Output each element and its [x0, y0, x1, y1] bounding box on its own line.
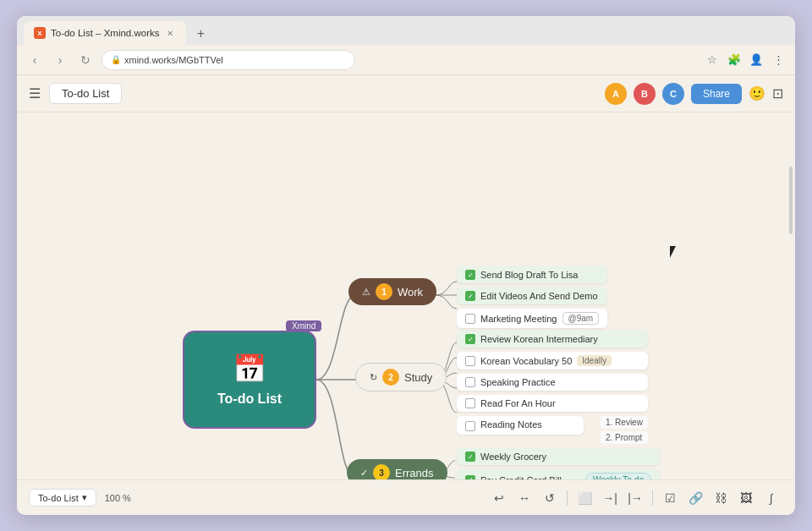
share-button[interactable]: Share [691, 84, 742, 104]
task-item[interactable]: Reading Notes [457, 416, 584, 435]
checklist-button[interactable]: ☑ [658, 486, 682, 510]
more-icon[interactable]: ⋮ [770, 52, 787, 68]
scrollbar[interactable] [788, 146, 793, 479]
url-button[interactable]: ⛓ [709, 486, 732, 510]
mindmap-canvas: Xmind 📅 To-do List ⚠ 1 Work ✓ Send Blog … [17, 112, 795, 479]
task-item[interactable]: Marketing Meeting @9am [457, 309, 607, 328]
topic-after-button[interactable]: |→ [623, 486, 647, 510]
extension-icon[interactable]: 🧩 [726, 52, 743, 68]
tool-separator [567, 490, 568, 506]
toolbar-tools: ↩ ↔ ↺ ⬜ →| |→ ☑ 🔗 ⛓ 🖼 ∫ [487, 486, 783, 510]
center-node-label: To-do List [217, 391, 282, 407]
doc-name-label: To-do List [38, 493, 79, 503]
branch-work[interactable]: ⚠ 1 Work [348, 278, 436, 305]
work-label: Work [398, 286, 423, 298]
browser-window: X To-do List – Xmind.works ✕ + ‹ › ↻ 🔒 x… [17, 16, 795, 515]
checkbox-unchecked[interactable] [465, 398, 475, 408]
task-item[interactable]: Korean Vocabulary 50 Ideally [457, 352, 648, 370]
undo-button[interactable]: ↩ [487, 486, 511, 510]
expand-button[interactable]: ↔ [513, 486, 536, 510]
formula-button[interactable]: ∫ [760, 486, 783, 510]
tab-favicon: X [34, 27, 46, 39]
shape-button[interactable]: ⬜ [573, 486, 596, 510]
study-tasks: ✓ Review Korean Intermediary Korean Voca… [457, 331, 648, 444]
active-tab[interactable]: X To-do List – Xmind.works ✕ [24, 21, 186, 45]
checkbox-unchecked[interactable] [465, 314, 475, 324]
center-node-icon: 📅 [233, 353, 266, 385]
image-button[interactable]: 🖼 [734, 486, 758, 510]
task-tag-time: @9am [562, 312, 600, 325]
hamburger-icon[interactable]: ☰ [29, 85, 41, 101]
checkbox-checked[interactable]: ✓ [465, 452, 475, 462]
study-label: Study [404, 371, 432, 384]
errands-label: Errands [395, 467, 434, 479]
errands-tasks: ✓ Weekly Grocery ✓ Pay Credit Card Bill … [457, 448, 660, 479]
task-item[interactable]: ✓ Pay Credit Card Bill Weekly To-do [457, 469, 660, 479]
emoji-button[interactable]: 🙂 [749, 85, 765, 101]
checkbox-checked[interactable]: ✓ [465, 270, 475, 280]
reload-button[interactable]: ↻ [76, 53, 95, 67]
redo-button[interactable]: ↺ [538, 486, 562, 510]
bookmark-icon[interactable]: ☆ [704, 52, 721, 68]
branch-errands[interactable]: ✓ 3 Errands [347, 459, 447, 479]
task-item[interactable]: ✓ Review Korean Intermediary [457, 331, 648, 348]
mouse-cursor [670, 246, 683, 263]
checkbox-checked[interactable]: ✓ [465, 475, 475, 480]
avatar-3[interactable]: C [662, 83, 684, 105]
avatar-2[interactable]: B [634, 83, 656, 105]
url-input[interactable]: 🔒 xmind.works/MGbTTVel [102, 50, 355, 70]
tab-close-button[interactable]: ✕ [164, 27, 176, 39]
branch-study[interactable]: ↻ 2 Study [355, 363, 447, 391]
weekly-todo-tag: Weekly To-do [585, 473, 651, 479]
tab-title: To-do List – Xmind.works [51, 28, 159, 38]
doc-title[interactable]: To-do List [49, 83, 122, 104]
doc-name-pill[interactable]: To-do List ▾ [29, 489, 96, 506]
work-tasks: ✓ Send Blog Draft To Lisa ✓ Edit Videos … [457, 266, 607, 328]
work-icon: ⚠ [362, 287, 370, 298]
task-item[interactable]: Speaking Practice [457, 374, 648, 391]
task-text: Speaking Practice [480, 377, 556, 387]
topic-before-button[interactable]: →| [598, 486, 622, 510]
back-button[interactable]: ‹ [25, 53, 44, 67]
zoom-level: 100 % [105, 493, 131, 503]
study-badge: 2 [382, 369, 399, 386]
task-text: Marketing Meeting [480, 314, 557, 324]
reading-notes-row: Reading Notes 1. Review 2. Prompt [457, 416, 648, 444]
lock-icon: 🔒 [111, 55, 121, 64]
task-text: Pay Credit Card Bill [480, 475, 562, 480]
task-text: Send Blog Draft To Lisa [480, 270, 578, 280]
task-text: Review Korean Intermediary [480, 334, 598, 344]
avatar-1[interactable]: A [605, 83, 627, 105]
task-item[interactable]: Read For An Hour [457, 395, 648, 412]
sub-item: 1. Review [601, 416, 648, 429]
task-item[interactable]: ✓ Edit Videos And Send Demo [457, 287, 607, 304]
checkbox-unchecked[interactable] [465, 421, 475, 431]
work-badge: 1 [376, 283, 392, 300]
tab-bar: X To-do List – Xmind.works ✕ + [17, 16, 795, 45]
dropdown-chevron-icon: ▾ [82, 492, 87, 503]
checkbox-unchecked[interactable] [465, 356, 475, 366]
errands-icon: ✓ [360, 468, 368, 479]
task-text: Reading Notes [480, 419, 542, 430]
forward-button[interactable]: › [51, 53, 69, 67]
sub-item: 2. Prompt [601, 431, 648, 444]
address-bar: ‹ › ↻ 🔒 xmind.works/MGbTTVel ☆ 🧩 👤 ⋮ [17, 45, 795, 75]
link-button[interactable]: 🔗 [683, 486, 707, 510]
checkbox-checked[interactable]: ✓ [465, 291, 475, 301]
new-tab-button[interactable]: + [189, 23, 211, 45]
url-text: xmind.works/MGbTTVel [124, 55, 223, 65]
checkbox-unchecked[interactable] [465, 377, 475, 387]
task-text: Weekly Grocery [480, 452, 546, 462]
reading-notes-sub: 1. Review 2. Prompt [601, 416, 648, 444]
task-item[interactable]: ✓ Send Blog Draft To Lisa [457, 266, 607, 283]
checkbox-checked[interactable]: ✓ [465, 334, 475, 344]
profile-icon[interactable]: 👤 [748, 52, 765, 68]
tool-separator [652, 490, 653, 506]
scrollbar-thumb[interactable] [789, 167, 793, 234]
task-text: Read For An Hour [480, 398, 556, 408]
center-node[interactable]: 📅 To-do List [183, 331, 316, 429]
layout-button[interactable]: ⊡ [772, 85, 783, 101]
study-icon: ↻ [370, 372, 377, 383]
header-right-actions: A B C Share 🙂 ⊡ [605, 83, 783, 105]
task-item[interactable]: ✓ Weekly Grocery [457, 448, 660, 465]
